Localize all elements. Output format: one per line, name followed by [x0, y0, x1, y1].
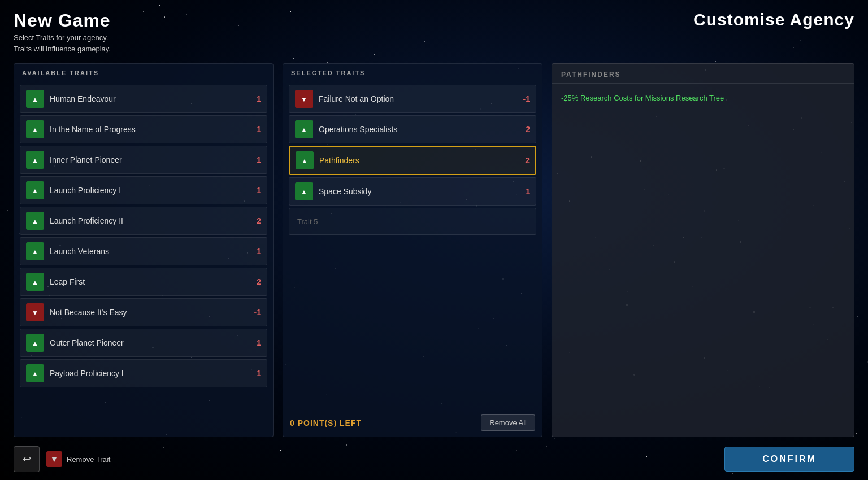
trait-cost: 1 — [519, 187, 530, 196]
trait-name: Operations Specialists — [319, 125, 513, 134]
trait-icon — [295, 90, 313, 108]
detail-panel: PATHFINDERS -25% Research Costs for Miss… — [552, 63, 854, 437]
trait-icon — [26, 334, 44, 352]
trait-cost: 1 — [250, 155, 261, 164]
available-traits-header: AVAILABLE TRAITS — [14, 64, 273, 81]
trait-cost: 2 — [250, 216, 261, 225]
remove-trait-label: Remove Trait — [67, 455, 110, 464]
trait-name: Pathfinders — [319, 156, 513, 165]
selected-trait-row[interactable]: Operations Specialists 2 — [289, 115, 536, 143]
trait-placeholder: Trait 5 — [289, 208, 536, 235]
header-left: New Game Select Traits for your agency. … — [14, 10, 111, 54]
selected-traits-header: SELECTED TRAITS — [283, 64, 542, 81]
trait-name: Human Endeavour — [50, 94, 244, 103]
available-trait-row[interactable]: Inner Planet Pioneer 1 — [20, 146, 267, 174]
detail-title: PATHFINDERS — [552, 64, 854, 84]
trait-name: Launch Veterans — [50, 247, 244, 256]
trait-name: Outer Planet Pioneer — [50, 338, 244, 347]
points-bar: 0 POINT(S) LEFT Remove All — [283, 409, 542, 437]
confirm-button[interactable]: CONFIRM — [724, 447, 854, 472]
subtitle: Select Traits for your agency. Traits wi… — [14, 32, 111, 54]
available-trait-row[interactable]: Outer Planet Pioneer 1 — [20, 329, 267, 357]
available-trait-row[interactable]: Payload Proficiency I 1 — [20, 359, 267, 387]
selected-trait-row[interactable]: Pathfinders 2 — [289, 146, 536, 175]
trait-icon — [296, 151, 314, 169]
trait-name: Launch Proficiency II — [50, 216, 244, 225]
trait-icon — [295, 120, 313, 138]
trait-name: Failure Not an Option — [319, 94, 513, 103]
main-content: AVAILABLE TRAITS Human Endeavour 1 In th… — [14, 63, 854, 437]
trait-icon — [26, 273, 44, 291]
trait-cost: 1 — [250, 125, 261, 134]
footer: ↩ ▼ Remove Trait CONFIRM — [14, 444, 854, 472]
trait-cost: 1 — [250, 369, 261, 378]
detail-description: -25% Research Costs for Missions Researc… — [552, 84, 854, 114]
available-traits-list: Human Endeavour 1 In the Name of Progres… — [14, 81, 273, 437]
trait-cost: 1 — [250, 186, 261, 195]
trait-name: Inner Planet Pioneer — [50, 155, 244, 164]
trait-cost: -1 — [250, 308, 261, 317]
remove-trait-indicator: ▼ Remove Trait — [46, 451, 110, 467]
trait-icon — [26, 90, 44, 108]
customise-title: Customise Agency — [693, 10, 854, 29]
trait-cost: 1 — [250, 94, 261, 103]
available-trait-row[interactable]: Not Because It's Easy -1 — [20, 298, 267, 326]
trait-cost: 1 — [250, 247, 261, 256]
trait-name: Payload Proficiency I — [50, 369, 244, 378]
trait-icon — [26, 181, 44, 199]
trait-cost: 2 — [519, 125, 530, 134]
trait-icon — [26, 303, 44, 321]
back-button[interactable]: ↩ — [14, 446, 40, 472]
trait-icon — [26, 364, 44, 382]
remove-indicator-icon: ▼ — [46, 451, 62, 467]
available-traits-panel: AVAILABLE TRAITS Human Endeavour 1 In th… — [14, 63, 274, 437]
trait-icon — [26, 151, 44, 169]
footer-left: ↩ ▼ Remove Trait — [14, 446, 110, 472]
trait-name: Launch Proficiency I — [50, 186, 244, 195]
trait-icon — [26, 242, 44, 260]
available-trait-row[interactable]: Launch Proficiency II 2 — [20, 207, 267, 235]
trait-name: Not Because It's Easy — [50, 308, 244, 317]
available-trait-row[interactable]: In the Name of Progress 1 — [20, 115, 267, 143]
trait-icon — [295, 182, 313, 200]
selected-traits-list: Failure Not an Option -1 Operations Spec… — [283, 81, 542, 407]
trait-cost: -1 — [519, 94, 530, 103]
selected-traits-panel: SELECTED TRAITS Failure Not an Option -1… — [283, 63, 542, 437]
selected-trait-row[interactable]: Space Subsidy 1 — [289, 177, 536, 206]
trait-name: In the Name of Progress — [50, 125, 244, 134]
trait-cost: 2 — [518, 156, 530, 165]
trait-icon — [26, 120, 44, 138]
page-title: New Game — [14, 10, 111, 31]
trait-cost: 1 — [250, 338, 261, 347]
available-trait-row[interactable]: Launch Proficiency I 1 — [20, 176, 267, 204]
selected-trait-row[interactable]: Failure Not an Option -1 — [289, 85, 536, 113]
back-icon: ↩ — [23, 453, 31, 465]
remove-all-button[interactable]: Remove All — [481, 414, 535, 431]
trait-name: Leap First — [50, 277, 244, 286]
trait-name: Space Subsidy — [319, 187, 513, 196]
points-left: 0 POINT(S) LEFT — [290, 418, 362, 427]
trait-cost: 2 — [250, 277, 261, 286]
trait-icon — [26, 212, 44, 230]
header: New Game Select Traits for your agency. … — [14, 10, 854, 54]
available-trait-row[interactable]: Leap First 2 — [20, 268, 267, 296]
down-arrow-icon: ▼ — [50, 455, 58, 464]
available-trait-row[interactable]: Human Endeavour 1 — [20, 85, 267, 113]
available-trait-row[interactable]: Launch Veterans 1 — [20, 237, 267, 265]
